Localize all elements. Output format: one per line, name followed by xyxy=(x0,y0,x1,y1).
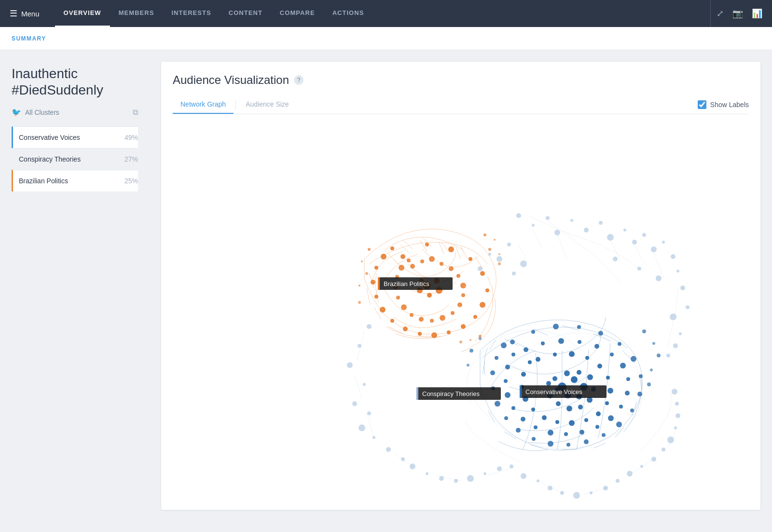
svg-point-224 xyxy=(606,376,610,380)
svg-point-243 xyxy=(552,376,557,381)
svg-point-231 xyxy=(542,415,547,420)
svg-point-181 xyxy=(639,374,643,378)
svg-line-98 xyxy=(456,247,461,259)
show-labels-checkbox[interactable] xyxy=(698,100,706,109)
network-svg: Brazilian Politics Conspiracy Theories C… xyxy=(173,114,749,510)
nav-interests[interactable]: INTERESTS xyxy=(163,0,220,27)
svg-point-32 xyxy=(347,362,353,368)
svg-point-150 xyxy=(368,248,371,251)
svg-point-178 xyxy=(598,331,603,336)
cluster-label-conservative: Conservative Voices xyxy=(19,134,80,141)
svg-point-182 xyxy=(637,392,642,396)
tab-audience-size[interactable]: Audience Size xyxy=(238,95,297,114)
svg-point-20 xyxy=(613,257,618,261)
cluster-item-conspiracy[interactable]: Conspiracy Theories 27% xyxy=(12,148,138,170)
svg-point-253 xyxy=(546,381,551,386)
menu-button[interactable]: ☰ Menu xyxy=(10,8,40,19)
svg-point-118 xyxy=(390,246,394,250)
sidebar: Inauthentic #DiedSuddenly 🐦 All Clusters… xyxy=(0,50,150,532)
svg-text:Conservative Voices: Conservative Voices xyxy=(525,388,582,396)
cluster-pct-brazilian: 25% xyxy=(124,177,138,185)
sidebar-all-clusters: All Clusters xyxy=(25,109,59,116)
svg-point-12 xyxy=(662,241,665,244)
svg-point-126 xyxy=(461,293,465,297)
copy-icon[interactable]: ⧉ xyxy=(133,108,138,117)
svg-point-125 xyxy=(460,283,466,288)
svg-point-35 xyxy=(367,411,371,415)
svg-point-204 xyxy=(626,377,630,381)
share-icon[interactable]: ⤢ xyxy=(717,8,724,19)
svg-point-236 xyxy=(528,360,532,364)
nav-divider xyxy=(710,0,711,27)
svg-point-112 xyxy=(390,319,394,323)
nav-members[interactable]: MEMBERS xyxy=(110,0,163,27)
nav-links: OVERVIEW MEMBERS INTERESTS CONTENT COMPA… xyxy=(55,0,704,27)
tab-divider xyxy=(235,100,236,109)
svg-point-46 xyxy=(497,466,502,471)
svg-point-38 xyxy=(386,447,391,452)
twitter-icon: 🐦 xyxy=(12,108,21,117)
help-button[interactable]: ? xyxy=(294,75,303,85)
svg-point-206 xyxy=(619,405,623,409)
svg-point-255 xyxy=(652,342,655,345)
svg-point-10 xyxy=(642,233,646,237)
svg-point-36 xyxy=(358,424,365,431)
svg-point-0 xyxy=(516,213,521,218)
svg-point-14 xyxy=(507,243,511,246)
subnav-summary[interactable]: SUMMARY xyxy=(12,35,46,42)
svg-line-75 xyxy=(367,413,374,437)
camera-icon[interactable]: 📷 xyxy=(732,8,743,19)
svg-line-66 xyxy=(533,230,543,249)
svg-point-261 xyxy=(467,364,469,367)
tab-network-graph[interactable]: Network Graph xyxy=(173,95,234,114)
cluster-item-brazilian[interactable]: Brazilian Politics 25% xyxy=(12,170,138,191)
nav-content[interactable]: CONTENT xyxy=(220,0,271,27)
svg-point-114 xyxy=(374,295,378,299)
svg-point-259 xyxy=(479,337,482,340)
svg-point-17 xyxy=(478,266,482,271)
svg-point-196 xyxy=(501,342,507,348)
svg-point-187 xyxy=(566,443,570,447)
svg-line-165 xyxy=(615,427,624,437)
svg-point-147 xyxy=(483,233,486,236)
svg-point-119 xyxy=(410,264,415,269)
svg-point-62 xyxy=(676,413,680,418)
network-graph[interactable]: Brazilian Politics Conspiracy Theories C… xyxy=(173,114,749,510)
nav-overview[interactable]: OVERVIEW xyxy=(55,0,110,27)
svg-line-166 xyxy=(593,443,606,448)
svg-point-45 xyxy=(483,472,486,475)
chart-icon[interactable]: 📊 xyxy=(752,8,762,19)
svg-point-203 xyxy=(620,363,626,368)
nav-actions[interactable]: ACTIONS xyxy=(324,0,373,27)
svg-line-91 xyxy=(367,288,370,305)
svg-line-164 xyxy=(632,401,637,416)
hamburger-icon: ☰ xyxy=(10,8,17,19)
svg-line-67 xyxy=(557,235,567,259)
visualization-card: Audience Visualization ? Network Graph A… xyxy=(161,62,760,510)
svg-point-258 xyxy=(647,382,651,386)
svg-point-22 xyxy=(656,275,662,281)
svg-point-4 xyxy=(570,219,573,222)
content-area: Audience Visualization ? Network Graph A… xyxy=(150,50,772,532)
svg-point-154 xyxy=(358,301,361,304)
svg-point-3 xyxy=(554,230,560,235)
nav-compare[interactable]: COMPARE xyxy=(271,0,324,27)
svg-point-117 xyxy=(381,254,386,259)
svg-point-223 xyxy=(597,364,602,368)
svg-text:Brazilian Politics: Brazilian Politics xyxy=(384,280,429,287)
svg-point-229 xyxy=(569,420,575,426)
svg-point-124 xyxy=(456,274,460,278)
menu-label: Menu xyxy=(21,10,40,18)
svg-point-145 xyxy=(488,248,491,251)
svg-point-63 xyxy=(675,402,679,406)
svg-point-5 xyxy=(584,228,589,232)
svg-point-42 xyxy=(439,476,444,481)
svg-point-55 xyxy=(616,479,620,483)
svg-point-260 xyxy=(469,349,473,353)
svg-point-105 xyxy=(480,302,485,308)
svg-point-217 xyxy=(505,365,510,369)
svg-point-138 xyxy=(407,259,411,262)
svg-line-169 xyxy=(504,432,516,439)
svg-point-28 xyxy=(673,343,678,348)
cluster-item-conservative[interactable]: Conservative Voices 49% xyxy=(12,126,138,148)
